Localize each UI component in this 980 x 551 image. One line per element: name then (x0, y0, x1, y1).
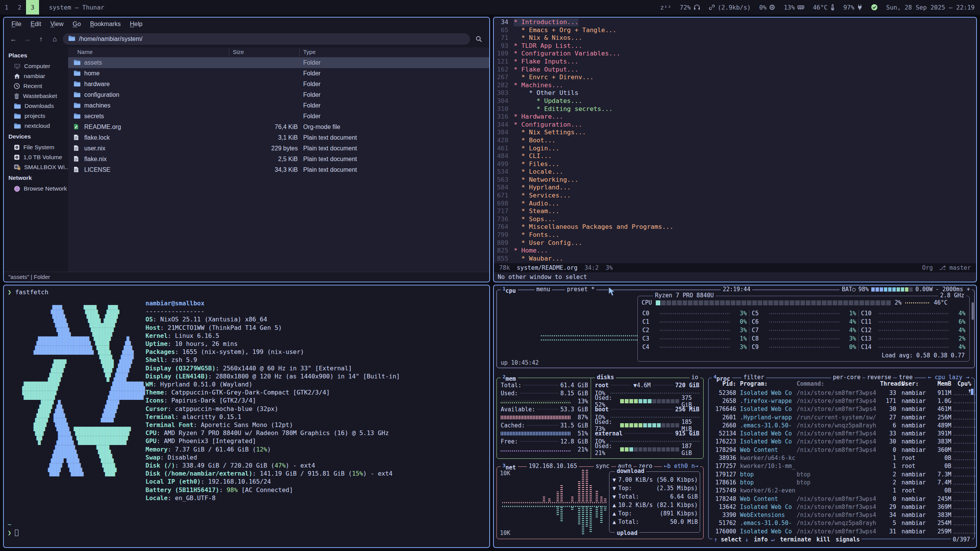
org-line-109[interactable]: 109* Configuration Variables... (494, 50, 976, 58)
forward-button[interactable]: → (21, 34, 33, 44)
sidebar-item-nambiar[interactable]: nambiar (4, 71, 68, 81)
footer-key-terminate[interactable]: terminate (780, 536, 811, 543)
prompt-line[interactable]: ❯ (8, 529, 18, 537)
org-line-563[interactable]: 563 * Networking... (494, 176, 976, 184)
org-line-65[interactable]: 65 * Emacs + Org + Tangle... (494, 26, 976, 34)
column-headers[interactable]: Name Size Type (68, 47, 489, 57)
file-row-readme-org[interactable]: README.org76,4 KiBOrg-mode file (68, 122, 489, 132)
menu-view[interactable]: View (46, 20, 67, 28)
file-row-hardware[interactable]: hardwareFolder (68, 79, 489, 90)
process-row-52368[interactable]: 52368Isolated Web Co/nix/store/sm8fmrf3w… (712, 389, 971, 397)
filter-button[interactable]: filter (742, 374, 766, 381)
org-line-316[interactable]: 316* Hardware... (494, 113, 976, 121)
org-line-499[interactable]: 499 * Files... (494, 160, 976, 168)
per-core-toggle[interactable]: per-core (831, 374, 862, 381)
org-line-809[interactable]: 809 * User Config... (494, 239, 976, 247)
org-line-799[interactable]: 799 * Fonts... (494, 231, 976, 239)
column-size[interactable]: Size (233, 49, 244, 55)
process-row-3390[interactable]: 3390WebExtensions/nix/store/sm8fmrf3wps4… (712, 511, 971, 519)
process-scrollbar[interactable] (971, 389, 973, 395)
sidebar-item-downloads[interactable]: Downloads (4, 101, 68, 111)
org-line-764[interactable]: 764 * Miscellaneous Packages and Program… (494, 223, 976, 231)
process-row-179127[interactable]: 179127btopbtop2nambiar7.3M0.0 (712, 470, 971, 478)
sidebar-item-wastebasket[interactable]: Wastebasket (4, 91, 68, 101)
sidebar-item-smallbox-wi-[interactable]: SMALLBOX Wi... (4, 162, 68, 172)
org-line-698[interactable]: 698 * Audio... (494, 200, 976, 208)
process-row-2658[interactable]: 2658.firefox-wrappe/nix/store/sm8fmrf3wp… (712, 397, 971, 405)
workspace-2[interactable]: 2 (13, 0, 26, 15)
workspace-switcher[interactable]: 123 (0, 0, 39, 15)
process-row-2601[interactable]: 2601.Hyprland-wrapp/run/current-system/s… (712, 413, 971, 421)
process-row-13642[interactable]: 13642Isolated Web Co/nix/store/sm8fmrf3w… (712, 503, 971, 511)
org-line-584[interactable]: 584 * Hyprland... (494, 184, 976, 192)
column-separator[interactable] (299, 49, 300, 56)
org-line-484[interactable]: 484 * CLI... (494, 152, 976, 160)
org-line-93[interactable]: 93* TLDR App List... (494, 42, 976, 50)
file-row-machines[interactable]: machinesFolder (68, 100, 489, 111)
reverse-toggle[interactable]: reverse (865, 374, 893, 381)
org-line-310[interactable]: 310 * Editing secrets... (494, 105, 976, 113)
process-row-51762[interactable]: 51762.emacs-31.0.50-/nix/store/wnqz5pa8r… (712, 519, 971, 527)
menu-help[interactable]: Help (126, 20, 146, 28)
net-interface-switch[interactable]: ←b eth0 n→ (662, 463, 700, 469)
process-row-176223[interactable]: 176223Isolated Web Co/nix/store/sm8fmrf3… (712, 438, 971, 446)
org-line-304[interactable]: 304 * Updates... (494, 97, 976, 105)
column-separator[interactable] (229, 49, 229, 56)
up-button[interactable]: ↑ (35, 34, 47, 44)
sidebar-item-nextcloud[interactable]: nextcloud (4, 121, 68, 131)
sidebar-item-1-0-tb-volume[interactable]: 1,0 TB Volume (4, 152, 68, 162)
sort-selector[interactable]: ← cpu lazy → (926, 374, 971, 381)
org-line-855[interactable]: 855 * Waubar... (494, 255, 976, 263)
file-row-flake-nix[interactable]: flake.nix2,5 KiBPlain text document (68, 154, 489, 165)
process-row-178248[interactable]: 178248Web Content/nix/store/sm8fmrf3wps4… (712, 495, 971, 503)
sidebar-item-browse-network[interactable]: Browse Network (4, 184, 68, 194)
menu-edit[interactable]: Edit (27, 20, 45, 28)
org-line-34[interactable]: 34* Introduction... (494, 18, 976, 26)
org-line-162[interactable]: 162* Flake Output... (494, 66, 976, 74)
sidebar-item-computer[interactable]: Computer (4, 61, 68, 71)
org-line-736[interactable]: 736 * Sops... (494, 215, 976, 223)
path-bar[interactable]: /home/nambiar/system/ (63, 33, 470, 45)
file-row-home[interactable]: homeFolder (68, 68, 489, 79)
file-row-configuration[interactable]: configurationFolder (68, 90, 489, 100)
org-line-303[interactable]: 303 * Other Utils (494, 89, 976, 97)
back-button[interactable]: ← (8, 34, 19, 44)
sidebar-item-projects[interactable]: projects (4, 111, 68, 121)
org-line-428[interactable]: 428 * Boot... (494, 137, 976, 145)
org-buffer[interactable]: 34* Introduction...65 * Emacs + Org + Ta… (494, 18, 976, 262)
process-row-178616[interactable]: 178616btopbtop2nambiar7.4M0.0 (712, 478, 971, 486)
file-row-secrets[interactable]: secretsFolder (68, 111, 489, 122)
workspace-1[interactable]: 1 (0, 0, 13, 15)
file-row-license[interactable]: LICENSE34,3 KiBPlain text document (68, 165, 489, 175)
org-line-717[interactable]: 717 * Steam... (494, 207, 976, 215)
org-line-461[interactable]: 461 * Login... (494, 145, 976, 153)
process-row-178294[interactable]: 178294Web Content/nix/store/sm8fmrf3wps4… (712, 446, 971, 454)
process-row-176000[interactable]: 176000Isolated Web Co/nix/store/sm8fmrf3… (712, 527, 971, 535)
column-name[interactable]: Name (77, 49, 93, 55)
process-row-177257[interactable]: 177257kworker/10:1-mm_1root0B0.0 (712, 462, 971, 470)
menu-button[interactable]: menu (534, 286, 552, 293)
disks-panel-title[interactable]: disks (595, 374, 616, 381)
process-row-38936[interactable]: 38936kworker/u64:6-kc1root0B0.0 (712, 454, 971, 462)
file-row-flake-lock[interactable]: flake.lock3,1 KiBPlain text document (68, 132, 489, 143)
org-line-71[interactable]: 71 * Nix & Nixos... (494, 34, 976, 42)
file-row-user-nix[interactable]: user.nix229 bytesPlain text document (68, 143, 489, 154)
tree-toggle[interactable]: tree (897, 374, 915, 381)
scrollbar-handle[interactable] (972, 302, 974, 320)
home-button[interactable]: ⌂ (49, 34, 60, 44)
shell-prompt[interactable]: ~❯ (8, 520, 18, 537)
org-line-825[interactable]: 825* Home... (494, 247, 976, 255)
footer-key-kill[interactable]: kill (817, 536, 830, 543)
footer-key-select[interactable]: ↑ select ↓ (714, 536, 748, 543)
net-sync-toggle[interactable]: sync (594, 463, 611, 469)
footer-key-info[interactable]: info ↵ (754, 536, 774, 543)
process-row-2660[interactable]: 2660.emacs-31.0.50-/nix/store/wnqz5pa8ra… (712, 421, 971, 429)
file-row-assets[interactable]: assetsFolder (68, 57, 489, 68)
process-footer[interactable]: ↑ select ↓info ↵terminatekillsignals (712, 536, 861, 543)
sidebar-item-recent[interactable]: Recent (4, 81, 68, 91)
process-row-175749[interactable]: 175749kworker/6:2-even1root0B0.0 (712, 487, 971, 495)
org-line-121[interactable]: 121* Flake Inputs... (494, 58, 976, 66)
menu-file[interactable]: File (8, 20, 25, 28)
org-line-344[interactable]: 344* Configuration... (494, 121, 976, 129)
menu-bookmarks[interactable]: Bookmarks (86, 20, 124, 28)
